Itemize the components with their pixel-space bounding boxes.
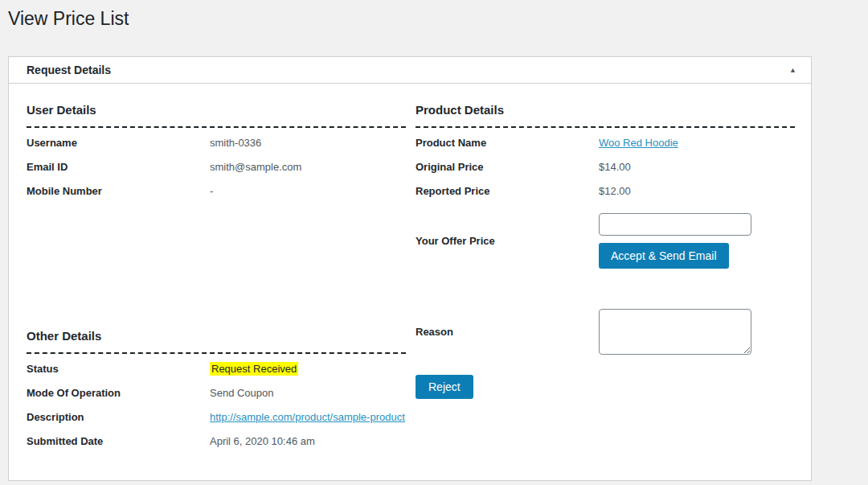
panel-body: User Details Username smith-0336 Email I…: [9, 84, 811, 480]
row-status: Status Request Received: [27, 357, 406, 381]
original-price-value: $14.00: [599, 161, 631, 174]
submitted-date-value: April 6, 2020 10:46 am: [210, 435, 315, 448]
mode-of-operation-value: Send Coupon: [210, 387, 274, 400]
page-title: View Price List: [0, 0, 868, 31]
product-details-heading: Product Details: [416, 103, 795, 117]
divider: [27, 352, 406, 354]
panel-header: Request Details ▲: [9, 57, 811, 84]
status-label: Status: [27, 363, 210, 376]
divider: [27, 126, 406, 128]
reason-textarea[interactable]: [599, 309, 751, 355]
email-label: Email ID: [27, 161, 210, 174]
row-email: Email ID smith@sample.com: [27, 155, 406, 179]
row-description: Description http://sample.com/product/sa…: [27, 405, 406, 430]
accept-send-email-button[interactable]: Accept & Send Email: [599, 243, 729, 269]
description-link[interactable]: http://sample.com/product/sample-product: [210, 411, 405, 423]
status-badge: Request Received: [210, 362, 298, 376]
original-price-label: Original Price: [416, 161, 599, 174]
row-original-price: Original Price $14.00: [416, 155, 795, 179]
product-name-link[interactable]: Woo Red Hoodie: [599, 137, 678, 149]
row-submitted-date: Submitted Date April 6, 2020 10:46 am: [27, 430, 406, 454]
offer-price-input[interactable]: [599, 213, 751, 236]
request-details-panel: Request Details ▲ User Details Username …: [8, 56, 812, 481]
row-reason: Reason: [416, 303, 795, 360]
row-username: Username smith-0336: [27, 131, 406, 155]
username-value: smith-0336: [210, 137, 261, 150]
mobile-label: Mobile Number: [27, 185, 210, 198]
row-reported-price: Reported Price $12.00: [416, 179, 795, 203]
panel-title: Request Details: [27, 64, 111, 76]
username-label: Username: [27, 137, 210, 150]
your-offer-price-label: Your Offer Price: [416, 235, 599, 248]
reported-price-label: Reported Price: [416, 185, 599, 198]
right-column: Product Details Product Name Woo Red Hoo…: [416, 103, 795, 399]
collapse-toggle-icon[interactable]: ▲: [786, 64, 800, 77]
row-mobile: Mobile Number -: [27, 179, 406, 203]
user-details-heading: User Details: [27, 103, 406, 117]
reported-price-value: $12.00: [599, 185, 631, 198]
row-offer-price: Your Offer Price Accept & Send Email: [416, 208, 795, 274]
row-product-name: Product Name Woo Red Hoodie: [416, 131, 795, 155]
mode-of-operation-label: Mode Of Operation: [27, 387, 210, 400]
divider: [416, 126, 795, 128]
reject-button[interactable]: Reject: [416, 375, 473, 399]
description-label: Description: [27, 411, 210, 424]
row-mode: Mode Of Operation Send Coupon: [27, 381, 406, 405]
submitted-date-label: Submitted Date: [27, 435, 210, 448]
email-value: smith@sample.com: [210, 161, 301, 174]
product-name-label: Product Name: [416, 137, 599, 150]
mobile-value: -: [210, 185, 213, 198]
reason-label: Reason: [416, 326, 599, 339]
other-details-heading: Other Details: [27, 329, 406, 343]
left-column: User Details Username smith-0336 Email I…: [27, 103, 406, 454]
